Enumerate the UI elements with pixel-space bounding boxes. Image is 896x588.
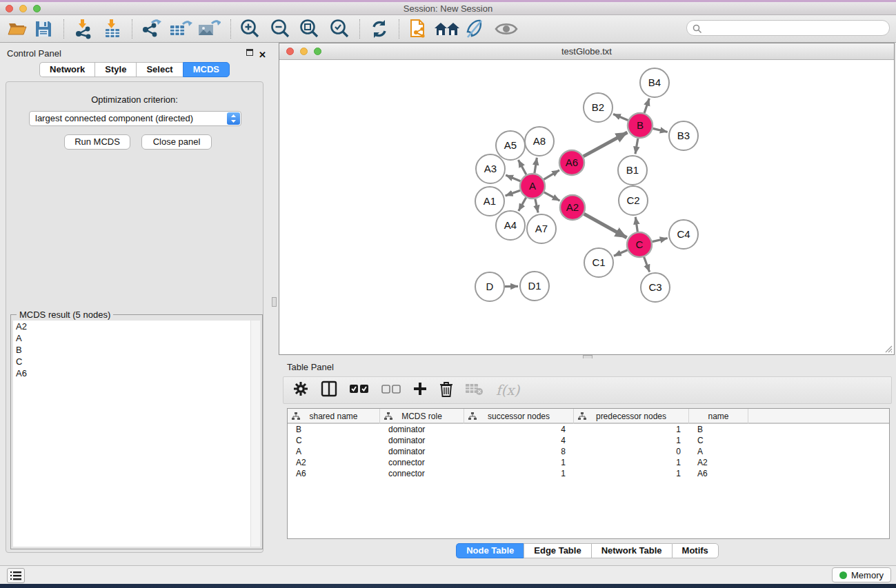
graph-node-B1[interactable]: B1 [618, 156, 647, 185]
graph-node-B4[interactable]: B4 [640, 68, 669, 97]
tab-network-table[interactable]: Network Table [591, 543, 672, 558]
table-row[interactable]: Cdominator41C [288, 435, 889, 446]
show-column-panel-icon[interactable] [321, 381, 337, 400]
graph-edge-C-C3[interactable] [644, 257, 650, 272]
graph-node-A4[interactable]: A4 [496, 211, 525, 240]
graph-edge-A2-C[interactable] [584, 214, 627, 238]
graph-edge-A-A5[interactable] [518, 160, 526, 174]
graph-node-A8[interactable]: A8 [525, 127, 554, 156]
hide-selected-icon[interactable] [464, 18, 486, 40]
task-history-list-icon[interactable] [7, 568, 25, 583]
graph-node-C2[interactable]: C2 [619, 186, 648, 215]
column-header-name[interactable]: name [689, 409, 748, 424]
mcds-result-item[interactable]: A6 [13, 367, 252, 379]
close-window-button[interactable] [6, 5, 13, 12]
new-network-from-selection-icon[interactable] [408, 18, 430, 40]
graph-edge-C-C2[interactable] [635, 217, 637, 232]
table-row[interactable]: Adominator80A [288, 446, 889, 457]
maximize-window-button[interactable] [33, 5, 41, 12]
graph-edge-B-B4[interactable] [644, 99, 649, 113]
graph-node-C4[interactable]: C4 [669, 220, 698, 249]
window-resize-grip-icon[interactable] [883, 343, 893, 353]
tab-network[interactable]: Network [39, 62, 94, 77]
network-window-titlebar[interactable]: testGlobe.txt [279, 43, 894, 60]
table-row[interactable]: Bdominator41B [288, 424, 889, 435]
network-graph-canvas[interactable]: A5A8A3A1A4A7AA6A2B2B4BB3B1C2CC4C1C3DD1 [279, 60, 894, 354]
search-input[interactable] [705, 21, 884, 34]
mcds-result-list[interactable]: A2ABCA6 [13, 321, 252, 547]
graph-edge-A-A6[interactable] [544, 170, 559, 180]
column-header-successor-nodes[interactable]: successor nodes [464, 409, 574, 424]
graph-node-A7[interactable]: A7 [527, 214, 556, 243]
graph-node-A2[interactable]: A2 [560, 195, 585, 220]
network-minimize-button[interactable] [300, 48, 308, 55]
table-row[interactable]: A6connector11A6 [288, 468, 889, 479]
select-all-columns-icon[interactable] [350, 384, 369, 396]
deselect-all-columns-icon[interactable] [381, 384, 401, 396]
graph-edge-A-A8[interactable] [535, 158, 537, 174]
open-session-icon[interactable] [7, 18, 28, 40]
graph-node-B2[interactable]: B2 [584, 93, 613, 122]
tab-style[interactable]: Style [94, 62, 136, 77]
tab-node-table[interactable]: Node Table [456, 543, 524, 558]
run-mcds-button[interactable]: Run MCDS [64, 134, 130, 150]
export-table-icon[interactable] [169, 18, 192, 40]
import-table-icon[interactable] [102, 18, 123, 40]
column-header-MCDS-role[interactable]: MCDS role [380, 409, 464, 424]
close-panel-icon[interactable]: ✕ [259, 48, 266, 61]
minimize-window-button[interactable] [19, 5, 27, 12]
tab-motifs[interactable]: Motifs [672, 543, 719, 558]
mcds-list-scrollbar[interactable] [250, 321, 260, 547]
close-panel-button[interactable]: Close panel [141, 134, 212, 150]
column-header-shared-name[interactable]: shared name [288, 409, 380, 424]
network-maximize-button[interactable] [314, 48, 321, 55]
graph-edge-C-C1[interactable] [614, 250, 628, 256]
tab-select[interactable]: Select [136, 62, 182, 77]
zoom-fit-icon[interactable] [298, 18, 320, 40]
create-new-column-icon[interactable] [413, 382, 427, 398]
graph-node-A1[interactable]: A1 [475, 187, 504, 216]
delete-columns-trash-icon[interactable] [439, 381, 453, 400]
graph-node-A[interactable]: A [520, 174, 545, 199]
table-settings-gear-icon[interactable] [293, 381, 308, 399]
graph-node-A6[interactable]: A6 [559, 150, 584, 175]
import-network-icon[interactable] [73, 18, 94, 40]
graph-edge-A-A3[interactable] [506, 175, 520, 181]
graph-node-D1[interactable]: D1 [520, 272, 549, 301]
mcds-result-item[interactable]: B [13, 344, 252, 356]
search-box[interactable] [686, 20, 890, 36]
export-network-icon[interactable] [140, 18, 162, 40]
graph-edge-A-A7[interactable] [535, 199, 538, 213]
graph-edge-A-A4[interactable] [519, 198, 526, 212]
zoom-selected-icon[interactable] [328, 18, 350, 40]
graph-node-C1[interactable]: C1 [584, 248, 613, 277]
save-session-icon[interactable] [34, 18, 52, 40]
mcds-result-item[interactable]: A2 [13, 321, 252, 332]
float-panel-icon[interactable] [246, 49, 253, 56]
graph-node-B3[interactable]: B3 [669, 121, 698, 150]
graph-edge-B-B1[interactable] [635, 139, 638, 154]
criterion-dropdown[interactable]: largest connected component (directed) [29, 111, 241, 126]
mcds-result-item[interactable]: A [13, 332, 252, 344]
graph-edge-B-B2[interactable] [613, 114, 628, 120]
houses-icon[interactable] [433, 18, 461, 40]
graph-edge-A-A1[interactable] [506, 190, 520, 196]
memory-button[interactable]: Memory [832, 567, 891, 582]
export-image-icon[interactable] [197, 18, 221, 40]
graph-edge-C-C4[interactable] [652, 238, 667, 241]
vertical-splitter-handle[interactable] [272, 297, 277, 307]
network-close-button[interactable] [286, 48, 294, 55]
tab-edge-table[interactable]: Edge Table [524, 543, 590, 558]
refresh-icon[interactable] [369, 18, 390, 40]
zoom-out-icon[interactable] [269, 18, 291, 40]
column-header-predecessor-nodes[interactable]: predecessor nodes [574, 409, 689, 424]
tab-mcds[interactable]: MCDS [183, 62, 230, 77]
graph-node-D[interactable]: D [475, 272, 504, 301]
graph-node-B[interactable]: B [628, 113, 653, 138]
graph-node-C[interactable]: C [627, 232, 652, 257]
zoom-in-icon[interactable] [239, 18, 261, 40]
mcds-result-item[interactable]: C [13, 356, 252, 367]
graph-edge-A6-B[interactable] [584, 132, 628, 156]
graph-edge-A-A2[interactable] [544, 192, 560, 201]
graph-edge-B-B3[interactable] [653, 128, 667, 132]
